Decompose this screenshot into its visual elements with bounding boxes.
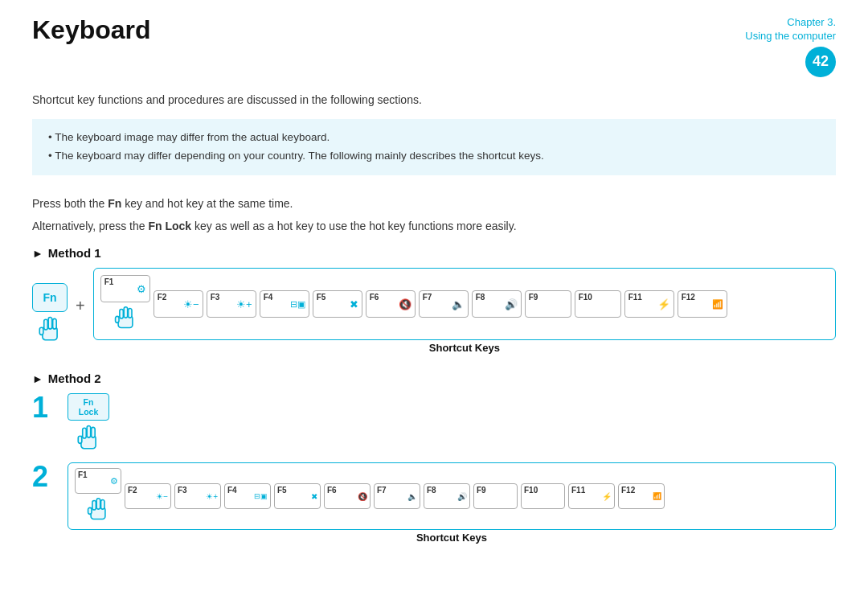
svg-rect-1 xyxy=(44,319,48,330)
method2-label: Method 2 xyxy=(48,372,101,385)
key-f1: F1 ⚙ xyxy=(100,275,150,302)
svg-rect-4 xyxy=(39,327,43,335)
key-step2-f6: F6 🔇 xyxy=(324,483,371,509)
svg-rect-6 xyxy=(120,310,123,319)
f1-with-hand: F1 ⚙ xyxy=(100,275,150,333)
step1-number: 1 xyxy=(32,393,56,422)
fn-key: Fn xyxy=(32,283,68,312)
keys-container-method1: F1 ⚙ xyxy=(93,268,836,340)
key-step2-f3: F3 ☀︎+ xyxy=(174,483,221,509)
svg-rect-9 xyxy=(115,317,118,323)
key-step2-f7: F7 🔈 xyxy=(374,483,420,509)
method1-heading: ► Method 1 xyxy=(32,246,836,260)
chapter-number: 42 xyxy=(805,47,836,77)
svg-rect-13 xyxy=(92,428,96,438)
notice-item-1: The keyboard image may differ from the a… xyxy=(48,129,820,147)
method1-keys-section: F1 ⚙ xyxy=(93,268,836,360)
key-step2-f12: F12 📶 xyxy=(618,483,665,509)
key-step2-f4: F4 ⊟▣ xyxy=(224,483,271,509)
hand-icon-step1 xyxy=(74,422,103,454)
svg-rect-2 xyxy=(48,317,52,329)
notice-list: The keyboard image may differ from the a… xyxy=(48,129,820,166)
svg-rect-14 xyxy=(78,437,82,444)
step2-row: 2 F1 ⚙ xyxy=(32,462,836,550)
intro-text: Shortcut key functions and procedures ar… xyxy=(32,93,836,106)
shortcut-keys-label-1: Shortcut Keys xyxy=(93,342,836,354)
key-f8: F8 🔊 xyxy=(472,290,522,318)
svg-rect-8 xyxy=(128,309,131,318)
svg-rect-7 xyxy=(124,307,127,318)
hand-icon-method1 xyxy=(35,314,64,346)
key-step2-f9: F9 xyxy=(473,483,518,509)
key-step2-f11: F11 ⚡ xyxy=(568,483,615,509)
plus-sign: + xyxy=(76,297,85,315)
body-text-2: Alternatively, press the Fn Lock key as … xyxy=(32,217,836,235)
shortcut-keys-label-2: Shortcut Keys xyxy=(416,532,487,544)
hand-icon-f1-step2 xyxy=(85,495,111,524)
method2-arrow: ► xyxy=(32,372,43,385)
method1-arrow: ► xyxy=(32,247,43,260)
keys-row-method1: F1 ⚙ xyxy=(100,275,727,333)
key-f11: F11 ⚡ xyxy=(624,290,674,318)
notice-box: The keyboard image may differ from the a… xyxy=(32,119,836,175)
svg-rect-12 xyxy=(87,426,91,438)
key-f9: F9 xyxy=(525,290,571,318)
key-f2: F2 ☀︎− xyxy=(154,290,203,318)
step1-row: 1 Fn Lock xyxy=(32,393,836,454)
svg-rect-17 xyxy=(96,499,100,509)
key-step2-f10: F10 xyxy=(521,483,565,509)
chapter-label: Chapter 3.Using the computer xyxy=(745,16,836,43)
chapter-badge: Chapter 3.Using the computer 42 xyxy=(745,16,836,77)
hand-icon-f1 xyxy=(113,304,138,333)
f1-step2-with-hand: F1 ⚙ xyxy=(75,468,121,524)
key-step2-f1: F1 ⚙ xyxy=(75,468,121,494)
method2-section: 1 Fn Lock 2 xyxy=(32,393,836,550)
fn-key-wrapper: Fn xyxy=(32,283,68,346)
key-f5: F5 ✖ xyxy=(313,290,362,318)
keys-row-step2: F1 ⚙ xyxy=(75,468,829,524)
keys-container-step2: F1 ⚙ xyxy=(68,462,836,530)
svg-rect-18 xyxy=(101,500,104,510)
key-f4: F4 ⊟▣ xyxy=(260,290,309,318)
key-step2-f8: F8 🔊 xyxy=(424,483,470,509)
svg-rect-16 xyxy=(92,501,96,511)
page-title: Keyboard xyxy=(32,16,151,44)
page: Keyboard Chapter 3.Using the computer 42… xyxy=(0,0,868,574)
method2-heading: ► Method 2 xyxy=(32,372,836,385)
notice-item-2: The keyboard may differ depending on you… xyxy=(48,147,820,166)
key-step2-f5: F5 ✖ xyxy=(274,483,321,509)
fn-lock-wrapper: Fn Lock xyxy=(68,393,109,454)
step2-number: 2 xyxy=(32,462,56,491)
fn-lock-key: Fn Lock xyxy=(68,393,109,421)
method1-label: Method 1 xyxy=(48,246,101,260)
key-f10: F10 xyxy=(575,290,621,318)
step2-keys-wrapper: F1 ⚙ xyxy=(68,462,836,550)
method1-row: Fn + xyxy=(32,268,836,360)
svg-rect-3 xyxy=(53,318,57,329)
key-f6: F6 🔇 xyxy=(366,290,416,318)
key-step2-f2: F2 ☀︎− xyxy=(125,483,171,509)
body-text-1: Press both the Fn key and hot key at the… xyxy=(32,195,836,212)
svg-rect-11 xyxy=(83,429,87,439)
key-f3: F3 ☀︎+ xyxy=(207,290,256,318)
svg-rect-19 xyxy=(88,508,92,515)
key-f12: F12 📶 xyxy=(678,290,727,318)
key-f7: F7 🔈 xyxy=(419,290,469,318)
header: Keyboard Chapter 3.Using the computer 42 xyxy=(32,16,836,77)
